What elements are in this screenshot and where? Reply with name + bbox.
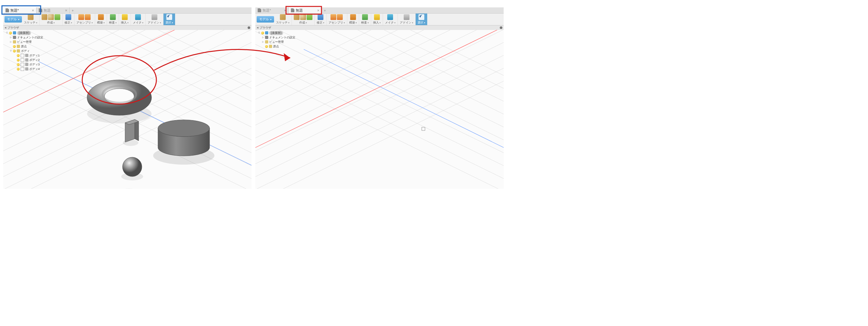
visibility-bulb-icon[interactable] [17,63,20,66]
toolbar-group-作成[interactable]: 作成 [40,13,63,25]
toolbar-group-メイク[interactable]: メイク [131,13,146,25]
asm-icon[interactable] [79,14,84,20]
pin-icon[interactable] [248,26,250,29]
expand-icon[interactable] [9,36,12,39]
make-icon[interactable] [135,14,141,20]
tree-node[interactable]: ドキュメントの設定 [3,35,45,40]
toolbar-group-メイク[interactable]: メイク [383,13,398,25]
toolbar-group-スケッチ[interactable]: スケッチ [22,13,40,25]
pin-icon[interactable] [500,26,502,29]
wave-icon[interactable] [362,14,368,20]
toolbar-group-アドイン[interactable]: アドイン [398,13,415,25]
toolbar-group-選択[interactable]: 選択 [163,13,175,25]
add-icon[interactable] [404,14,409,20]
visibility-bulb-icon[interactable] [13,45,16,48]
wave-icon[interactable] [110,14,116,20]
add-icon[interactable] [152,14,157,20]
mes-icon[interactable] [122,14,128,20]
box-icon[interactable] [28,14,34,20]
toolbar-group-選択[interactable]: 選択 [415,13,427,25]
body-cylinder[interactable] [158,120,210,156]
plane-icon[interactable] [350,14,356,20]
doc-tab-active[interactable]: 無題 ✕ [288,7,322,13]
visibility-bulb-icon[interactable] [261,32,264,34]
tree-node[interactable]: ドキュメントの設定 [255,35,297,40]
doc-tab-active[interactable]: 無題* ✕ [3,7,36,13]
body-box[interactable] [125,120,138,142]
tree-node[interactable]: ボディ2 [3,58,45,62]
toolbar-group-アセンブリ[interactable]: アセンブリ [74,13,95,25]
toolbar-group-作成[interactable]: 作成 [292,13,315,25]
visibility-bulb-icon[interactable] [17,54,20,57]
tree-node[interactable]: ビュー管理 [3,40,45,44]
toolbar-group-挿入[interactable]: 挿入 [371,13,383,25]
close-icon[interactable]: ✕ [65,9,67,12]
doc-tab-inactive[interactable]: 無題 ✕ [36,7,70,13]
body-torus[interactable] [87,80,152,115]
box-icon[interactable] [280,14,286,20]
asm-icon[interactable] [337,14,343,20]
expand-icon[interactable] [5,32,8,34]
doc-tab-inactive[interactable]: 無題* ✕ [255,7,288,13]
expand-icon[interactable] [9,50,12,52]
browser-header[interactable]: ◀ ブラウザ [255,26,504,30]
tree-node[interactable]: ボディ [3,48,45,53]
toolbar-group-修正[interactable]: 修正 [315,13,327,25]
toolbar-group-アドイン[interactable]: アドイン [146,13,163,25]
tree-node[interactable]: ボディ3 [3,62,45,67]
mes-icon[interactable] [374,14,380,20]
workspace-switcher[interactable]: モデル [257,16,274,23]
toolbar-group-構築[interactable]: 構築 [95,13,107,25]
visibility-bulb-icon[interactable] [265,45,268,48]
selection-checkbox[interactable] [21,58,24,62]
expand-icon[interactable] [9,41,12,43]
browser-tree[interactable]: (未保存)ドキュメントの設定ビュー管理原点ボディボディ1ボディ2ボディ3ボディ4 [3,30,45,72]
tree-node[interactable]: 原点 [3,44,45,48]
box-icon[interactable] [41,14,48,20]
new-tab-button[interactable]: ＋ [70,7,75,13]
sphere-icon[interactable] [300,14,306,20]
toolbar-group-スケッチ[interactable]: スケッチ [274,13,292,25]
ext-icon[interactable] [55,14,60,20]
tree-node[interactable]: ボディ4 [3,67,45,71]
edit-icon[interactable] [318,14,323,20]
plane-icon[interactable] [98,14,104,20]
visibility-bulb-icon[interactable] [17,59,20,62]
toolbar-group-検査[interactable]: 検査 [107,13,119,25]
selection-checkbox[interactable] [21,67,24,71]
sel-icon[interactable] [166,14,172,20]
close-icon[interactable]: ✕ [32,9,34,12]
tree-root[interactable]: (未保存) [3,31,45,35]
toolbar-group-挿入[interactable]: 挿入 [119,13,131,25]
close-icon[interactable]: ✕ [317,9,319,12]
edit-icon[interactable] [65,14,71,20]
expand-icon[interactable] [261,41,264,43]
visibility-bulb-icon[interactable] [17,68,20,70]
visibility-bulb-icon[interactable] [13,50,16,53]
box-icon[interactable] [294,14,300,20]
expand-icon[interactable] [258,32,260,34]
workspace-switcher[interactable]: モデル [4,16,22,23]
tree-node[interactable]: ビュー管理 [255,40,297,44]
viewport-canvas[interactable] [255,30,504,189]
browser-header[interactable]: ◀ ブラウザ [3,26,251,30]
asm-icon[interactable] [331,14,336,20]
tree-node[interactable]: 原点 [255,44,297,48]
toolbar-group-修正[interactable]: 修正 [63,13,74,25]
sphere-icon[interactable] [48,14,54,20]
expand-icon[interactable] [261,36,264,39]
body-sphere[interactable] [123,157,142,176]
tree-node[interactable]: ボディ1 [3,53,45,58]
toolbar-group-アセンブリ[interactable]: アセンブリ [327,13,347,25]
toolbar-group-構築[interactable]: 構築 [347,13,359,25]
asm-icon[interactable] [85,14,91,20]
selection-checkbox[interactable] [21,54,24,57]
ext-icon[interactable] [307,14,312,20]
visibility-bulb-icon[interactable] [9,32,12,34]
make-icon[interactable] [387,14,393,20]
close-icon[interactable]: ✕ [284,9,286,12]
selection-checkbox[interactable] [21,63,24,66]
new-tab-button[interactable]: ＋ [322,7,328,13]
tree-root[interactable]: (未保存) [255,31,297,35]
sel-icon[interactable] [418,14,424,20]
